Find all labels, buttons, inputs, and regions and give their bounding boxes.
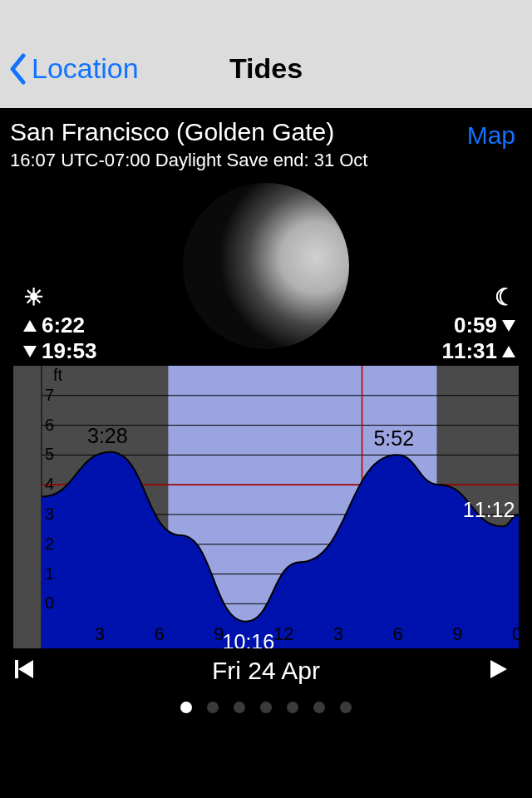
x-tick: 6	[393, 623, 403, 645]
location-name: San Francisco (Golden Gate)	[10, 118, 367, 146]
y-tick: 3	[45, 505, 54, 524]
tide-chart[interactable]: ft 012345673691236903:2810:165:5211:12	[13, 366, 519, 648]
tide-time-label: 11:12	[463, 498, 515, 522]
moon-phase-icon	[183, 183, 349, 349]
page-dot[interactable]	[340, 702, 352, 713]
moonrise-value: 0:59	[454, 313, 497, 338]
back-button[interactable]: Location	[0, 52, 139, 85]
location-header: San Francisco (Golden Gate) 16:07 UTC-07…	[0, 108, 532, 171]
y-tick: 5	[45, 445, 54, 464]
y-tick: 1	[45, 564, 54, 584]
sunset-value: 19:53	[42, 338, 97, 364]
page-dot[interactable]	[313, 702, 325, 713]
arrow-down-icon	[23, 346, 37, 357]
svg-marker-14	[490, 660, 507, 678]
map-button[interactable]: Map	[467, 121, 515, 150]
x-tick: 0	[512, 623, 519, 645]
page-dot[interactable]	[207, 702, 219, 713]
svg-marker-12	[18, 660, 33, 678]
moon-icon: ☾	[495, 283, 515, 311]
tide-time-label: 10:16	[223, 630, 275, 648]
y-tick: 6	[45, 416, 54, 435]
location-info: San Francisco (Golden Gate) 16:07 UTC-07…	[10, 118, 367, 171]
sun-times: ☀ 6:22 19:53	[23, 283, 97, 364]
x-tick: 12	[273, 623, 293, 645]
moon-phase-area: ☀ 6:22 19:53 ☾ 0:59 11:31	[0, 175, 532, 357]
y-tick: 2	[45, 534, 54, 554]
page-dot[interactable]	[180, 702, 192, 713]
page-dot[interactable]	[234, 702, 245, 713]
x-tick: 3	[95, 623, 105, 645]
y-tick: 0	[45, 594, 54, 613]
back-label: Location	[32, 52, 139, 85]
arrow-up-icon	[502, 346, 515, 357]
current-date: Fri 24 Apr	[212, 657, 320, 685]
next-day-button[interactable]	[487, 658, 510, 684]
page-dot[interactable]	[260, 702, 272, 713]
moon-times: ☾ 0:59 11:31	[442, 283, 516, 364]
play-icon	[487, 658, 510, 681]
x-tick: 3	[333, 623, 343, 645]
skip-back-icon	[13, 658, 37, 681]
svg-rect-13	[15, 660, 18, 678]
date-nav-row: Fri 24 Apr	[0, 648, 532, 693]
prev-day-button[interactable]	[13, 658, 37, 684]
chevron-left-icon	[8, 53, 27, 85]
page-dots[interactable]	[0, 702, 532, 713]
y-axis-unit: ft	[53, 366, 62, 385]
page-dot[interactable]	[287, 702, 298, 713]
location-subtitle: 16:07 UTC-07:00 Daylight Save end: 31 Oc…	[10, 150, 367, 171]
x-tick: 9	[452, 623, 462, 645]
moonset-value: 11:31	[442, 338, 498, 364]
tide-time-label: 3:28	[87, 424, 128, 448]
x-tick: 6	[155, 623, 165, 645]
tide-curve	[13, 366, 519, 648]
tide-time-label: 5:52	[373, 426, 414, 451]
sun-icon: ☀	[23, 283, 44, 311]
navbar: Location Tides	[0, 0, 532, 108]
arrow-up-icon	[23, 320, 37, 332]
y-tick: 4	[45, 475, 54, 494]
y-tick: 7	[45, 386, 54, 405]
sunrise-value: 6:22	[42, 313, 85, 338]
arrow-down-icon	[502, 320, 515, 332]
